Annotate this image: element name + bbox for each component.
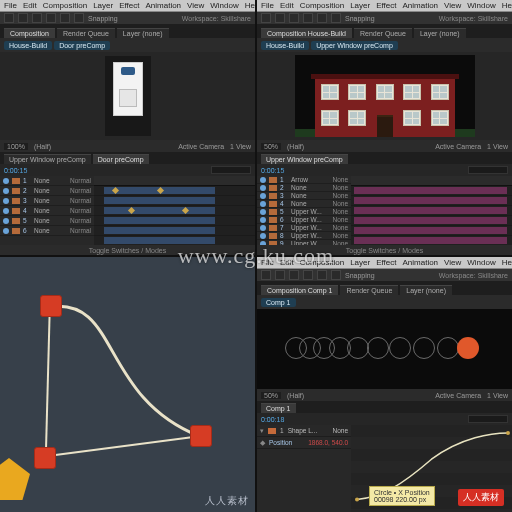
bezier-node[interactable] bbox=[34, 447, 56, 469]
tab-composition[interactable]: Composition House-Build bbox=[261, 28, 352, 38]
menu-bar[interactable]: File Edit Composition Layer Effect Anima… bbox=[257, 257, 512, 269]
menu-edit[interactable]: Edit bbox=[280, 1, 294, 10]
pen-tool-icon[interactable] bbox=[317, 13, 327, 23]
zoom-value[interactable]: 100% bbox=[4, 143, 28, 150]
menu-effect[interactable]: Effect bbox=[119, 1, 139, 10]
timeline-footer[interactable]: Toggle Switches / Modes bbox=[257, 245, 512, 255]
layer-bar[interactable] bbox=[104, 197, 215, 204]
snapping-label[interactable]: Snapping bbox=[345, 272, 375, 279]
color-chip-icon[interactable] bbox=[269, 209, 277, 215]
layer-bar[interactable] bbox=[354, 197, 507, 204]
layer-mode[interactable]: None bbox=[332, 176, 348, 183]
crumb-door-precomp[interactable]: Door preComp bbox=[54, 41, 110, 50]
eye-icon[interactable] bbox=[260, 233, 266, 239]
property-name[interactable]: Position bbox=[269, 439, 292, 446]
tab-layer[interactable]: Layer (none) bbox=[400, 285, 452, 295]
zoom-value[interactable]: 50% bbox=[261, 392, 281, 399]
color-chip-icon[interactable] bbox=[12, 218, 20, 224]
color-chip-icon[interactable] bbox=[269, 225, 277, 231]
menu-effect[interactable]: Effect bbox=[376, 1, 396, 10]
layer-row[interactable]: 6NoneNormal bbox=[0, 226, 94, 236]
menu-layer[interactable]: Layer bbox=[350, 258, 370, 267]
tab-render-queue[interactable]: Render Queue bbox=[354, 28, 412, 38]
layer-row[interactable]: 6Upper W...None bbox=[257, 216, 351, 224]
workspace-value[interactable]: Skillshare bbox=[221, 15, 251, 22]
camera-value[interactable]: Active Camera bbox=[435, 143, 481, 150]
color-chip-icon[interactable] bbox=[269, 233, 277, 239]
layer-name[interactable]: Upper W... bbox=[291, 224, 322, 231]
layer-mode[interactable]: Normal bbox=[70, 187, 91, 194]
selection-tool-icon[interactable] bbox=[4, 13, 14, 23]
layer-name[interactable]: Upper W... bbox=[291, 232, 322, 239]
timeline-footer[interactable]: Toggle Switches / Modes bbox=[0, 245, 255, 255]
layer-mode[interactable]: Normal bbox=[70, 207, 91, 214]
layer-bar[interactable] bbox=[354, 207, 507, 214]
color-chip-icon[interactable] bbox=[12, 208, 20, 214]
snapping-label[interactable]: Snapping bbox=[88, 15, 118, 22]
menu-file[interactable]: File bbox=[4, 1, 17, 10]
eye-icon[interactable] bbox=[3, 188, 9, 194]
zoom-tool-icon[interactable] bbox=[32, 13, 42, 23]
bezier-node[interactable] bbox=[190, 425, 212, 447]
layer-name[interactable]: None bbox=[34, 227, 50, 234]
color-chip-icon[interactable] bbox=[269, 177, 277, 183]
layer-mode[interactable]: None bbox=[332, 184, 348, 191]
layer-bar[interactable] bbox=[354, 217, 507, 224]
layer-name[interactable]: Upper W... bbox=[291, 208, 322, 215]
tab-layer[interactable]: Layer (none) bbox=[414, 28, 466, 38]
layer-row[interactable]: ▾ 1 Shape L... None bbox=[257, 425, 351, 437]
selection-tool-icon[interactable] bbox=[261, 270, 271, 280]
layer-mode[interactable]: None bbox=[332, 216, 348, 223]
crumb-house-build[interactable]: House-Build bbox=[4, 41, 52, 50]
layer-row[interactable]: 5Upper W...None bbox=[257, 208, 351, 216]
menu-bar[interactable]: File Edit Composition Layer Effect Anima… bbox=[0, 0, 255, 12]
eye-icon[interactable] bbox=[260, 193, 266, 199]
property-row[interactable]: ◆ Position 1868.0, 540.0 bbox=[257, 437, 351, 449]
selection-tool-icon[interactable] bbox=[261, 13, 271, 23]
text-tool-icon[interactable] bbox=[331, 270, 341, 280]
layer-row[interactable]: 3NoneNone bbox=[257, 192, 351, 200]
views-value[interactable]: 1 View bbox=[487, 143, 508, 150]
layer-name[interactable]: Shape L... bbox=[288, 427, 318, 434]
tab-render-queue[interactable]: Render Queue bbox=[57, 28, 115, 38]
layer-mode[interactable]: Normal bbox=[70, 197, 91, 204]
crumb-house-build[interactable]: House-Build bbox=[261, 41, 309, 50]
camera-value[interactable]: Active Camera bbox=[435, 392, 481, 399]
menu-composition[interactable]: Composition bbox=[300, 258, 344, 267]
menu-help[interactable]: Help bbox=[502, 1, 512, 10]
crumb-comp1[interactable]: Comp 1 bbox=[261, 298, 296, 307]
eye-icon[interactable] bbox=[3, 198, 9, 204]
stopwatch-icon[interactable]: ◆ bbox=[260, 439, 265, 447]
crumb-upper-window[interactable]: Upper Window preComp bbox=[311, 41, 398, 50]
color-chip-icon[interactable] bbox=[12, 228, 20, 234]
hand-tool-icon[interactable] bbox=[18, 13, 28, 23]
layer-mode[interactable]: None bbox=[332, 208, 348, 215]
eye-icon[interactable] bbox=[3, 218, 9, 224]
layer-row[interactable]: 8Upper W...None bbox=[257, 232, 351, 240]
eye-icon[interactable] bbox=[3, 228, 9, 234]
eye-icon[interactable] bbox=[3, 208, 9, 214]
menu-view[interactable]: View bbox=[444, 1, 461, 10]
hand-tool-icon[interactable] bbox=[275, 13, 285, 23]
pen-tool-icon[interactable] bbox=[317, 270, 327, 280]
tl-tab-door[interactable]: Door preComp bbox=[93, 154, 149, 164]
layer-bar[interactable] bbox=[104, 217, 215, 224]
layer-row[interactable]: 4NoneNone bbox=[257, 200, 351, 208]
layer-name[interactable]: None bbox=[34, 197, 50, 204]
text-tool-icon[interactable] bbox=[331, 13, 341, 23]
layer-row[interactable]: 1NoneNormal bbox=[0, 176, 94, 186]
tl-tab-upper-window[interactable]: Upper Window preComp bbox=[261, 154, 348, 164]
timeline-tracks[interactable] bbox=[351, 176, 512, 245]
layer-name[interactable]: None bbox=[291, 192, 307, 199]
zoom-value[interactable]: 50% bbox=[261, 143, 281, 150]
menu-bar[interactable]: File Edit Composition Layer Effect Anima… bbox=[257, 0, 512, 12]
bezier-node[interactable] bbox=[40, 295, 62, 317]
menu-animation[interactable]: Animation bbox=[402, 258, 438, 267]
layer-name[interactable]: None bbox=[34, 207, 50, 214]
menu-edit[interactable]: Edit bbox=[23, 1, 37, 10]
layer-row[interactable]: 7Upper W...None bbox=[257, 224, 351, 232]
layer-row[interactable]: 4NoneNormal bbox=[0, 206, 94, 216]
menu-window[interactable]: Window bbox=[467, 258, 495, 267]
color-chip-icon[interactable] bbox=[269, 193, 277, 199]
color-chip-icon[interactable] bbox=[268, 428, 276, 434]
